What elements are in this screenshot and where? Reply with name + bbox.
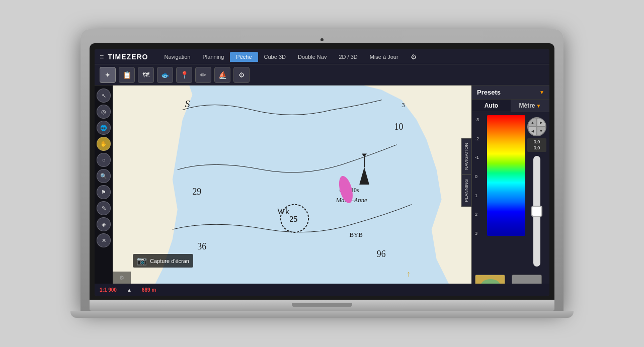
- app-title: TIMEZERO: [108, 53, 148, 61]
- panel-title: Presets: [477, 89, 501, 96]
- scale-label-0: 0: [475, 174, 485, 179]
- laptop-outer: ≡ TIMEZERO Navigation Planning Pêche Cub…: [80, 29, 564, 311]
- svg-rect-21: [512, 275, 542, 284]
- preset-thumb-1[interactable]: [512, 275, 542, 284]
- nav-tabs-bar: Navigation Planning Pêche Cube 3D Double…: [158, 51, 423, 63]
- panel-mode-row: Auto Mètre ▼: [472, 100, 549, 112]
- toolbar-track[interactable]: 📍: [176, 67, 192, 83]
- status-distance: 689 m: [142, 287, 156, 293]
- title-bar: ≡ TIMEZERO Navigation Planning Pêche Cub…: [95, 49, 549, 64]
- tab-miseajour[interactable]: Mise à Jour: [364, 52, 405, 62]
- svg-text:25: 25: [290, 215, 298, 223]
- toolbar-pen[interactable]: ✏: [195, 67, 211, 83]
- joystick-bl: ◀: [528, 127, 537, 135]
- scale-label-1: 1: [475, 193, 485, 198]
- scale-label--2: -2: [475, 136, 485, 141]
- side-tab-navigation[interactable]: NAVIGATION: [461, 138, 471, 175]
- bottom-tool-btn[interactable]: ⚙: [113, 272, 131, 284]
- capture-label: Capture d'écran: [150, 258, 189, 264]
- side-tabs: NAVIGATION PLANNING: [461, 138, 471, 207]
- main-content: ↖ ◎ 🌐 ✋ ○ 🔍 ⚑ ✎ ◈ ✕: [95, 85, 549, 284]
- toolbar-fish[interactable]: 🐟: [157, 67, 173, 83]
- scale-area: -3 -2 -1 0 1 2 3: [472, 112, 549, 272]
- tool-pencil[interactable]: ✎: [97, 201, 111, 215]
- joystick-br: ▼: [537, 127, 545, 135]
- bottom-tool-icon: ⚙: [119, 275, 124, 281]
- scale-labels: -3 -2 -1 0 1 2 3: [475, 115, 485, 236]
- slider-handle[interactable]: [531, 206, 542, 217]
- camera-dot: [320, 38, 324, 41]
- tab-peche[interactable]: Pêche: [230, 52, 258, 62]
- svg-text:3: 3: [401, 102, 405, 109]
- status-arrow: ▲: [127, 287, 132, 293]
- app-container: ≡ TIMEZERO Navigation Planning Pêche Cub…: [95, 49, 549, 296]
- joystick-val-y: 0,0: [529, 145, 544, 151]
- chart-area[interactable]: S 29 36 96 10 Wk 25: [113, 85, 471, 284]
- tab-settings-icon[interactable]: ⚙: [405, 51, 423, 63]
- capture-icon: 📷: [137, 256, 147, 266]
- toolbar-compass[interactable]: ✦: [100, 67, 116, 83]
- toolbar: ✦ 📋 🗺 🐟 📍 ✏ ⛵ ⚙: [95, 64, 549, 85]
- svg-text:96: 96: [377, 249, 386, 259]
- panel-dropdown-arrow[interactable]: ▼: [539, 90, 544, 95]
- tool-circle[interactable]: ○: [97, 153, 111, 167]
- svg-text:S: S: [185, 99, 190, 110]
- tool-compass2[interactable]: ◈: [97, 217, 111, 231]
- right-controls: ▲ ▶ ◀ ▼ 0,0 0,0: [527, 115, 546, 269]
- scale-label-3: 3: [475, 231, 485, 236]
- panel-mode-metre[interactable]: Mètre ▼: [511, 100, 549, 112]
- joystick-tr: ▶: [537, 118, 545, 127]
- laptop-wrapper: ≡ TIMEZERO Navigation Planning Pêche Cub…: [70, 29, 574, 318]
- scale-label-2: 2: [475, 212, 485, 217]
- svg-text:↑: ↑: [407, 270, 411, 278]
- tool-hand[interactable]: ✋: [97, 137, 111, 151]
- laptop-bottom: [70, 311, 574, 318]
- tab-navigation[interactable]: Navigation: [158, 52, 197, 62]
- svg-text:10: 10: [394, 122, 404, 132]
- tool-cursor[interactable]: ↖: [97, 89, 111, 103]
- panel-header: Presets ▼: [472, 85, 549, 100]
- tab-cube3d[interactable]: Cube 3D: [258, 52, 292, 62]
- joystick-value: 0,0 0,0: [527, 138, 546, 152]
- laptop-base: [90, 300, 554, 311]
- svg-text:29: 29: [192, 187, 201, 197]
- toolbar-layers[interactable]: 📋: [119, 67, 135, 83]
- scale-label--1: -1: [475, 155, 485, 160]
- preset-thumb-0[interactable]: [475, 275, 505, 284]
- status-scale: 1:1 900: [100, 287, 117, 293]
- laptop-base-notch: [292, 303, 352, 307]
- toolbar-boat[interactable]: ⛵: [214, 67, 230, 83]
- capture-button[interactable]: 📷 Capture d'écran: [133, 254, 193, 268]
- left-sidebar: ↖ ◎ 🌐 ✋ ○ 🔍 ⚑ ✎ ◈ ✕: [95, 85, 113, 284]
- laptop-screen: ≡ TIMEZERO Navigation Planning Pêche Cub…: [95, 49, 549, 296]
- screen-bezel: ≡ TIMEZERO Navigation Planning Pêche Cub…: [90, 43, 554, 300]
- status-bar: 1:1 900 ▲ 689 m: [95, 284, 549, 296]
- svg-text:Wk: Wk: [277, 207, 290, 216]
- tool-dividers[interactable]: ✕: [97, 233, 111, 247]
- color-scale-bar: [487, 115, 525, 236]
- vertical-slider[interactable]: [533, 156, 540, 267]
- metre-dropdown-arrow: ▼: [536, 103, 541, 109]
- right-panel: Presets ▼ Auto Mètre ▼: [471, 85, 549, 284]
- tab-planning[interactable]: Planning: [197, 52, 230, 62]
- toolbar-chart[interactable]: 🗺: [138, 67, 154, 83]
- joystick-control[interactable]: ▲ ▶ ◀ ▼: [527, 117, 546, 136]
- presets-grid: [472, 272, 549, 284]
- side-tab-planning[interactable]: PLANNING: [461, 175, 471, 207]
- joystick-tl: ▲: [528, 118, 537, 127]
- tool-globe[interactable]: 🌐: [97, 121, 111, 135]
- panel-mode-auto[interactable]: Auto: [472, 100, 511, 112]
- tab-2d3d[interactable]: 2D / 3D: [333, 52, 363, 62]
- tab-doublenav[interactable]: Double Nav: [292, 52, 333, 62]
- svg-text:BYB: BYB: [349, 231, 362, 238]
- tool-flag[interactable]: ⚑: [97, 185, 111, 199]
- scale-label--3: -3: [475, 117, 485, 122]
- svg-text:36: 36: [197, 241, 206, 251]
- tool-magnify[interactable]: 🔍: [97, 169, 111, 183]
- toolbar-settings[interactable]: ⚙: [233, 67, 250, 83]
- hamburger-icon[interactable]: ≡: [100, 53, 104, 61]
- tool-layer[interactable]: ◎: [97, 105, 111, 119]
- joystick-val-x: 0,0: [529, 139, 544, 145]
